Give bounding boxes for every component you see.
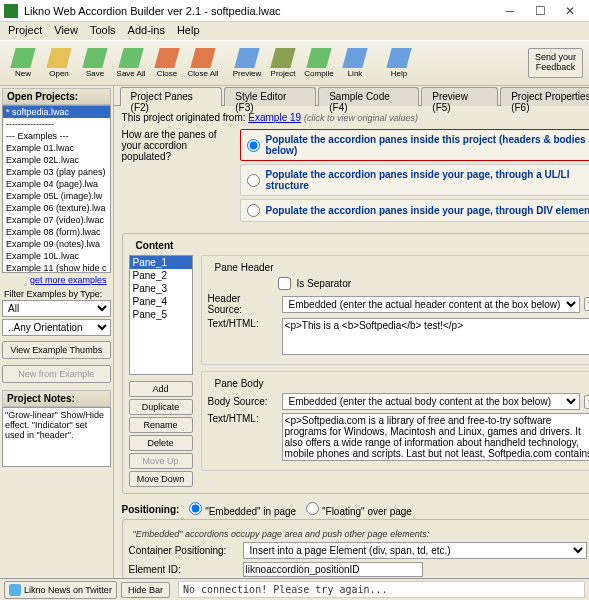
titlebar: Likno Web Accordion Builder ver 2.1 - so… <box>0 0 589 22</box>
pane-item[interactable]: Pane_1 <box>130 256 192 269</box>
toolbar-close-all-button[interactable]: Close All <box>186 43 220 83</box>
positioning-embedded-option[interactable]: "Embedded" in page <box>189 502 296 517</box>
is-separator-checkbox[interactable] <box>278 277 291 290</box>
project-item[interactable]: Example 07 (video).lwac <box>3 214 110 226</box>
new-from-example-button[interactable]: New from Example <box>2 365 111 383</box>
project-item[interactable]: Example 01.lwac <box>3 142 110 154</box>
maximize-button[interactable]: ☐ <box>525 1 555 21</box>
tab[interactable]: Project Properties (F6) <box>500 87 589 106</box>
header-text-textarea[interactable] <box>282 318 589 355</box>
twitter-icon <box>9 584 21 596</box>
link-icon <box>342 48 367 68</box>
filter-type-select[interactable]: All <box>2 300 111 317</box>
project-item[interactable]: --- Examples --- <box>3 130 110 142</box>
delete-pane-button[interactable]: Delete <box>129 435 193 451</box>
tab[interactable]: Sample Code (F4) <box>318 87 419 106</box>
pane-list[interactable]: Pane_1Pane_2Pane_3Pane_4Pane_5 <box>129 255 193 375</box>
toolbar-label: Help <box>391 69 407 78</box>
help-icon[interactable]: ? <box>584 395 589 409</box>
positioning-floating-option[interactable]: "Floating" over page <box>306 502 412 517</box>
header-source-label: Header Source: <box>208 293 278 315</box>
positioning-row: Positioning: "Embedded" in page "Floatin… <box>122 502 589 517</box>
open-projects-list[interactable]: * softpedia.lwac ---------------- --- Ex… <box>2 105 111 273</box>
project-item[interactable]: Example 05L (image).lw <box>3 190 110 202</box>
population-option[interactable]: Populate the accordion panes inside this… <box>240 129 589 161</box>
get-more-examples-link[interactable]: get more examples <box>2 273 111 287</box>
body-text-textarea[interactable] <box>282 413 589 461</box>
positioning-fieldset: "Embedded" accordions occupy page area a… <box>122 519 589 578</box>
header-source-select[interactable]: Embedded (enter the actual header conten… <box>282 296 580 313</box>
project-item[interactable]: Example 10L.lwac <box>3 250 110 262</box>
population-option[interactable]: Populate the accordion panes inside your… <box>240 199 589 222</box>
tab[interactable]: Preview (F5) <box>421 87 498 106</box>
tab[interactable]: Project Panes (F2) <box>120 87 223 106</box>
toolbar-new-button[interactable]: New <box>6 43 40 83</box>
population-option[interactable]: Populate the accordion panes inside your… <box>240 164 589 196</box>
pane-item[interactable]: Pane_2 <box>130 269 192 282</box>
toolbar-open-button[interactable]: Open <box>42 43 76 83</box>
project-item[interactable]: * softpedia.lwac <box>3 106 110 118</box>
toolbar-preview-button[interactable]: Preview <box>230 43 264 83</box>
menu-tools[interactable]: Tools <box>90 24 116 38</box>
pane-item[interactable]: Pane_4 <box>130 295 192 308</box>
menu-view[interactable]: View <box>54 24 78 38</box>
twitter-news-button[interactable]: Likno News on Twitter <box>4 581 117 599</box>
project-item[interactable]: ---------------- <box>3 118 110 130</box>
movedown-pane-button[interactable]: Move Down <box>129 471 193 487</box>
element-id-label: Element ID: <box>129 564 239 575</box>
pane-header-fieldset: Pane Header Is Separator Header Source: … <box>201 255 589 365</box>
toolbar-link-button[interactable]: Link <box>338 43 372 83</box>
tab-project-panes-body: This project originated from: Example 19… <box>114 106 589 578</box>
duplicate-pane-button[interactable]: Duplicate <box>129 399 193 415</box>
toolbar-save-button[interactable]: Save <box>78 43 112 83</box>
origin-hint: (click to view original values) <box>304 113 418 123</box>
project-notes[interactable]: "Grow-linear" Show/Hide effect. "Indicat… <box>2 407 111 467</box>
project-item[interactable]: Example 09 (notes).lwa <box>3 238 110 250</box>
toolbar-help-button[interactable]: Help <box>382 43 416 83</box>
toolbar-compile-button[interactable]: Compile <box>302 43 336 83</box>
tab[interactable]: Style Editor (F3) <box>224 87 316 106</box>
origin-link[interactable]: Example 19 <box>248 112 301 123</box>
element-id-input[interactable] <box>243 562 423 577</box>
send-feedback-button[interactable]: Send yourFeedback <box>528 48 583 78</box>
rename-pane-button[interactable]: Rename <box>129 417 193 433</box>
pane-header-legend: Pane Header <box>212 262 277 273</box>
population-options: Populate the accordion panes inside this… <box>240 129 589 225</box>
help-icon[interactable]: ? <box>584 297 589 311</box>
view-thumbs-button[interactable]: View Example Thumbs <box>2 341 111 359</box>
minimize-button[interactable]: ─ <box>495 1 525 21</box>
menu-help[interactable]: Help <box>177 24 200 38</box>
toolbar-save-all-button[interactable]: Save All <box>114 43 148 83</box>
project-item[interactable]: Example 08 (form).lwac <box>3 226 110 238</box>
open-icon <box>46 48 71 68</box>
new-icon <box>10 48 35 68</box>
sidebar: Open Projects: * softpedia.lwac --------… <box>0 86 114 578</box>
body-source-select[interactable]: Embedded (enter the actual body content … <box>282 393 580 410</box>
population-question: How are the panes of your accordion popu… <box>122 129 232 225</box>
project-item[interactable]: Example 11 (show hide c <box>3 262 110 273</box>
toolbar-close-button[interactable]: Close <box>150 43 184 83</box>
add-pane-button[interactable]: Add <box>129 381 193 397</box>
container-positioning-select[interactable]: Insert into a page Element (div, span, t… <box>243 542 587 559</box>
close-button[interactable]: ✕ <box>555 1 585 21</box>
body-text-label: Text/HTML: <box>208 413 278 424</box>
project-item[interactable]: Example 03 (play panes) <box>3 166 110 178</box>
hide-bar-button[interactable]: Hide Bar <box>121 582 170 598</box>
close-icon <box>154 48 179 68</box>
project-notes-title: Project Notes: <box>2 390 111 407</box>
moveup-pane-button[interactable]: Move Up <box>129 453 193 469</box>
toolbar-project-button[interactable]: Project <box>266 43 300 83</box>
pane-item[interactable]: Pane_3 <box>130 282 192 295</box>
tabs: Project Panes (F2)Style Editor (F3)Sampl… <box>114 86 589 106</box>
project-item[interactable]: Example 06 (texture).lwa <box>3 202 110 214</box>
toolbar-label: Close All <box>187 69 218 78</box>
project-item[interactable]: Example 02L.lwac <box>3 154 110 166</box>
app-icon <box>4 4 18 18</box>
pane-item[interactable]: Pane_5 <box>130 308 192 321</box>
filter-orientation-select[interactable]: ..Any Orientation <box>2 319 111 336</box>
toolbar-label: Project <box>271 69 296 78</box>
menu-addins[interactable]: Add-ins <box>128 24 165 38</box>
menu-project[interactable]: Project <box>8 24 42 38</box>
help-icon <box>386 48 411 68</box>
project-item[interactable]: Example 04 (page).lwa <box>3 178 110 190</box>
